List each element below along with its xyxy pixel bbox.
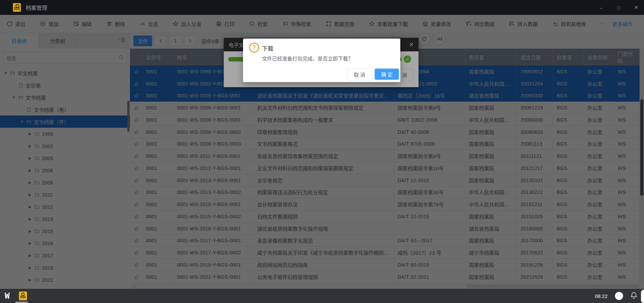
tree-node-2011[interactable]: ▶ 2011 <box>0 188 130 201</box>
table-row[interactable]: 00010001-WS-2005-Y-BGS-0001湖北省档案局关于印发《湖北… <box>130 90 640 102</box>
toolbar-加入分发[interactable]: 加入分发 <box>173 20 202 27</box>
toolbar-全选[interactable]: 全选 <box>139 20 158 27</box>
sidebar-scrollbar[interactable] <box>127 101 130 132</box>
column-header-全宗号[interactable]: 全宗号▲▼ <box>142 49 173 66</box>
tree-node-2002[interactable]: ▶ 2002 <box>0 140 130 152</box>
collapse-tree-icon[interactable] <box>119 37 125 44</box>
column-header-成文日期[interactable]: 成文日期▲▼ <box>517 49 553 66</box>
sort-arrows-icon[interactable]: ▲▼ <box>636 55 639 59</box>
file-tab-button[interactable]: 文件 <box>133 35 152 46</box>
close-button[interactable]: ✕ <box>631 2 641 12</box>
sort-arrows-icon[interactable]: ▲▼ <box>610 55 613 59</box>
tab-directory-tree[interactable]: 目录树 <box>0 33 38 48</box>
caret-right-icon[interactable]: ▶ <box>28 278 32 282</box>
toolbar-检索[interactable]: 检索 <box>249 20 268 27</box>
caret-right-icon[interactable]: ▶ <box>28 266 32 270</box>
toolbar-退出[interactable]: 退出 <box>7 20 25 27</box>
taskbar-w-logo-icon[interactable]: W <box>5 291 9 301</box>
toolbar-删除[interactable]: 删除 <box>106 20 125 27</box>
sort-arrows-icon[interactable]: ▲▼ <box>486 55 489 59</box>
toolbar-转出数据[interactable]: 转出数据 <box>466 20 494 27</box>
tree-node-全宗卷[interactable]: 全宗卷 <box>0 79 130 91</box>
table-row[interactable]: 00010001-WS-2008-Y-BGS-0001科学技术档案案卷构成的一般… <box>130 114 640 126</box>
table-row[interactable]: 00010001-WS-2015-Y-BGS-0002归档文件整理规则DA/T … <box>130 210 640 223</box>
table-row[interactable]: 00010001-WS-2013-Y-BGS-0002档案管理违法违纪行为处分规… <box>130 186 640 199</box>
tree-node-2012[interactable]: ▶ 2012 <box>0 201 130 213</box>
tree-node-2016[interactable]: ▶ 2016 <box>0 237 130 249</box>
taskbar-archive-app-icon[interactable] <box>19 292 27 300</box>
progress-close-icon[interactable]: ✕ <box>409 41 414 48</box>
caret-down-icon[interactable]: ▼ <box>11 95 16 99</box>
column-header-分类号[interactable]: 分类号▲▼ <box>553 49 584 66</box>
maximize-button[interactable]: □ <box>614 2 624 12</box>
table-row[interactable]: 00010001-WS-2019-Y-BGS-0001政府网站网页归档指南DA/… <box>130 259 640 271</box>
table-horizontal-scrollbar[interactable] <box>133 284 640 288</box>
tree-node-2017[interactable]: ▶ 2017 <box>0 249 130 261</box>
toolbar-特殊检索[interactable]: 特殊检索 <box>283 20 311 27</box>
column-header-门类代码[interactable]: 门类代码▲▼ <box>614 49 640 66</box>
table-row[interactable]: 00010001-WS-2011-Y-BGS-0001各级各类档案馆收集档案范围… <box>130 150 640 162</box>
table-row[interactable]: 00010001-WS-2017-Y-BGS-0001录音录像档案数字化规范DA… <box>130 235 640 247</box>
tree-node-2006[interactable]: ▶ 2006 <box>0 164 130 176</box>
table-row[interactable]: 00010001-WS-2015-Y-BGS-0001会计档案管理办法国家档案局… <box>130 198 640 210</box>
sort-arrows-icon[interactable]: ▲▼ <box>163 55 166 59</box>
caret-right-icon[interactable]: ▶ <box>28 229 32 233</box>
caret-right-icon[interactable]: ▶ <box>28 193 32 197</box>
table-row[interactable]: 00010001-WS-2022-Y-BGS-0001华文档案系统网络版标准版…… <box>130 283 640 284</box>
table-row[interactable]: 00010001-WS-2021-Y-BGS-0001公务电子邮件归档管理规则D… <box>130 271 640 283</box>
table-row[interactable]: 00010001-WS-2012-Y-BGS-0001企业文件材料归档范围和档案… <box>130 162 640 174</box>
page-number[interactable]: 1 <box>169 35 182 46</box>
prev-page-button[interactable] <box>154 35 167 46</box>
taskbar-clock[interactable]: 08:22 <box>595 293 608 299</box>
sort-arrows-icon[interactable]: ▲▼ <box>543 55 546 59</box>
toolbar-编辑[interactable]: 编辑 <box>73 20 92 27</box>
download-cancel-button[interactable]: 取 消 <box>347 69 372 80</box>
table-vertical-scrollbar[interactable] <box>640 49 644 284</box>
table-row[interactable]: 00010001-WS-2017-Y-BGS-0002咸宁市档案局关于印发《咸宁… <box>130 247 640 259</box>
vertical-scroll-thumb[interactable] <box>640 99 643 196</box>
column-header-责任者[interactable]: 责任者▲▼ <box>465 49 517 66</box>
tree-node-文书档案（件）[interactable]: ▼ 文书档案（件） <box>0 116 130 128</box>
caret-down-icon[interactable]: ▼ <box>20 120 24 124</box>
tree-node-2015[interactable]: ▶ 2015 <box>0 225 130 237</box>
next-page-button[interactable] <box>184 35 197 46</box>
sort-arrows-icon[interactable]: ▲▼ <box>189 55 192 59</box>
toolbar-查看批量下载[interactable]: 查看批量下载 <box>369 20 408 27</box>
caret-right-icon[interactable]: ▶ <box>28 253 32 258</box>
toolbar-转入数据[interactable]: 转入数据 <box>509 20 538 27</box>
caret-right-icon[interactable]: ▶ <box>28 241 32 246</box>
tree-node-2021[interactable]: ▶ 2021 <box>0 274 130 286</box>
sort-arrows-icon[interactable]: ▲▼ <box>574 55 577 59</box>
tree-node-2005[interactable]: ▶ 2005 <box>0 152 130 164</box>
tree-node-2013[interactable]: ▶ 2013 <box>0 213 130 225</box>
sort-az-button[interactable]: ↑AZ <box>433 32 446 45</box>
bell-icon[interactable] <box>630 292 637 300</box>
caret-right-icon[interactable]: ▶ <box>28 180 32 185</box>
tree-node-2019[interactable]: ▶ 2019 <box>0 261 130 274</box>
toolbar-数据范围[interactable]: 数据范围 <box>326 20 354 27</box>
table-row[interactable]: 00010001-WS-2016-Y-BGS-0001湖北省纸质档案数字化操作规… <box>130 223 640 235</box>
download-ok-button[interactable]: 确 定 <box>375 69 399 80</box>
tree-node-文书档案（卷）[interactable]: 文书档案（卷） <box>0 103 130 116</box>
toolbar-打印[interactable]: 打印 <box>216 20 235 27</box>
caret-right-icon[interactable]: ▶ <box>28 168 32 173</box>
tree-node-华文档案[interactable]: ▼ 华文档案 <box>0 67 130 79</box>
horizontal-scroll-thumb[interactable] <box>135 285 467 288</box>
toolbar-增加[interactable]: 增加 <box>40 20 58 27</box>
chat-bubble-icon[interactable] <box>615 292 623 300</box>
caret-right-icon[interactable]: ▶ <box>28 156 32 160</box>
refresh-button[interactable] <box>418 32 431 45</box>
taskbar-edge-button[interactable] <box>641 290 644 303</box>
more-actions-button[interactable]: 更多操作 <box>608 17 637 31</box>
caret-right-icon[interactable]: ▶ <box>28 132 32 136</box>
caret-right-icon[interactable]: ▶ <box>28 144 32 148</box>
toolbar-批量修改[interactable]: 批量修改 <box>423 20 451 27</box>
table-row[interactable]: 00010001-WS-2008-Y-BGS-0003文书档案案卷格式DA/T … <box>130 138 640 150</box>
search-input[interactable]: 搜索 <box>3 52 127 64</box>
table-row[interactable]: 00010001-WS-2008-Y-BGS-0002印章档案整理规则DA/T … <box>130 126 640 138</box>
toolbar-转到其他库[interactable]: 转到其他库 <box>553 20 586 27</box>
table-row[interactable]: 00010001-WS-2006-Y-BGS-0001机关文件材料归档范围和文书… <box>130 102 640 114</box>
tree-node-1995[interactable]: ▶ 1995 <box>0 128 130 140</box>
caret-down-icon[interactable]: ▼ <box>3 71 8 75</box>
tab-classification-tree[interactable]: 分类树 <box>38 33 77 48</box>
